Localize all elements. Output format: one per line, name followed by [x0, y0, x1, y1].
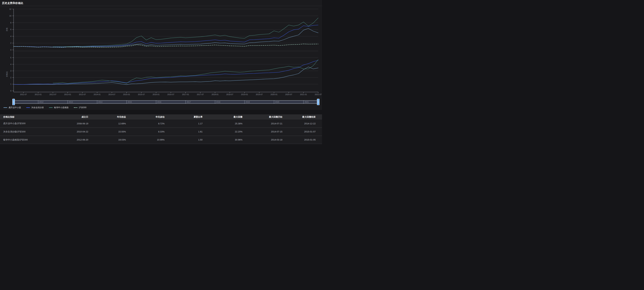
- y-axis-label: 4: [10, 35, 11, 37]
- table-cell: 12.69%: [88, 120, 126, 128]
- series-易方达中小盘: [14, 28, 318, 47]
- x-axis-label: 2018-01: [212, 93, 218, 95]
- y-axis-label: 2: [10, 76, 11, 79]
- stats-table: 价格比指标成立日年化收益年化波动夏普比率最大回撤最大回撤开始最大回撤结束 易方达…: [0, 114, 322, 144]
- table-cell: 易方达中小盘/沪深300: [0, 120, 56, 128]
- series-易方达中小盘/沪深300: [14, 67, 318, 85]
- y-axis-label: 8: [10, 22, 11, 24]
- table-cell: 30.96%: [202, 136, 242, 144]
- table-cell: 2014-12-22: [282, 120, 322, 128]
- x-axis-label: 2013-07: [79, 93, 86, 95]
- legend-line-swatch: [74, 107, 78, 108]
- page-title: 历史走势和价格比: [2, 1, 320, 5]
- legend-item-沪深300[interactable]: 沪深300: [74, 106, 86, 109]
- table-cell: 2014-07-15: [242, 128, 282, 136]
- y-axis-label: 12: [9, 8, 11, 10]
- table-header-cell: 年化波动: [126, 114, 164, 120]
- table-row: 银华中小盘精选/沪深3002012-06-2019.03%10.99%1.503…: [0, 136, 322, 144]
- table-header-cell: 夏普比率: [164, 114, 203, 120]
- legend-line-swatch: [26, 107, 30, 108]
- table-cell: 8.33%: [126, 128, 164, 136]
- slider-year-label: 2017: [187, 101, 191, 103]
- x-axis-label: 2017-01: [182, 93, 189, 95]
- legend-line-swatch: [49, 107, 53, 108]
- datazoom-slider: 2012201320142015201620172018201920202021: [12, 99, 319, 105]
- legend-item-银华中小盘精选[interactable]: 银华中小盘精选: [49, 106, 68, 109]
- table-cell: 兴全合润分级/沪深300: [0, 128, 56, 136]
- slider-handle-left[interactable]: [12, 99, 15, 105]
- legend-label: 易方达中小盘: [8, 106, 21, 109]
- x-axis-label: 2021-01: [300, 93, 307, 95]
- table-cell: 2014-03-18: [242, 136, 282, 144]
- x-axis-label: 2019-07: [256, 93, 262, 95]
- legend-label: 兴全合润分级: [31, 106, 44, 109]
- table-header-row: 价格比指标成立日年化收益年化波动夏普比率最大回撤最大回撤开始最大回撤结束: [0, 114, 322, 120]
- table-cell: 2014-07-21: [242, 120, 282, 128]
- series-兴全合润分级: [14, 25, 318, 47]
- slider-year-label: 2018: [216, 101, 220, 103]
- table-cell: 1.50: [164, 136, 203, 144]
- slider-year-label: 2020: [275, 101, 279, 103]
- series-银华中小盘精选/沪深300: [53, 60, 318, 83]
- table-cell: 10.99%: [126, 136, 164, 144]
- table-cell: 2015-01-07: [282, 128, 322, 136]
- table-header-cell: 成立日: [56, 114, 88, 120]
- x-axis-label: 2016-01: [152, 93, 160, 95]
- table-header-cell: 最大回撤开始: [242, 114, 282, 120]
- legend: 易方达中小盘兴全合润分级银华中小盘精选沪深300: [0, 105, 322, 110]
- y-axis-label: 1: [10, 83, 11, 85]
- table-cell: 1.61: [164, 128, 203, 136]
- table-cell: 银华中小盘精选/沪深300: [0, 136, 56, 144]
- stats-table-wrap: 价格比指标成立日年化收益年化波动夏普比率最大回撤最大回撤开始最大回撤结束 易方达…: [0, 114, 322, 144]
- slider-handle-right[interactable]: [317, 99, 319, 105]
- table-cell: 2015-01-05: [282, 136, 322, 144]
- legend-item-易方达中小盘[interactable]: 易方达中小盘: [4, 106, 21, 109]
- x-axis-label: 2019-01: [241, 93, 248, 95]
- panel-header: 历史走势和价格比: [0, 0, 322, 6]
- slider-year-label: 2021: [304, 101, 308, 103]
- x-axis-label: 2017-07: [197, 93, 204, 95]
- y-axis-label: 5: [10, 57, 11, 59]
- x-axis-label: 2015-01: [123, 93, 130, 95]
- stats-table-body: 易方达中小盘/沪深3002008-06-1912.69%8.72%1.1725.…: [0, 120, 322, 144]
- legend-item-兴全合润分级[interactable]: 兴全合润分级: [26, 106, 44, 109]
- slider-year-label: 2019: [246, 101, 250, 103]
- slider-track[interactable]: [14, 100, 318, 104]
- series-兴全合润分级/沪深300: [14, 60, 318, 84]
- y-axis-name: 价格: [6, 27, 8, 31]
- x-axis-label: 2014-01: [94, 93, 100, 95]
- ratio-chart: 012345价格比: [6, 57, 318, 92]
- x-axis-label: 2018-07: [226, 93, 233, 95]
- table-cell: 25.38%: [202, 120, 242, 128]
- x-axis-label: 2013-01: [64, 93, 71, 95]
- y-axis-label: 0: [10, 49, 11, 51]
- slider-year-label: 2014: [98, 101, 102, 103]
- y-axis-label: 4: [10, 63, 11, 65]
- legend-label: 银华中小盘精选: [54, 106, 68, 109]
- slider-year-label: 2015: [128, 101, 132, 103]
- table-cell: 2008-06-19: [56, 120, 88, 128]
- x-axis-label: 2011-07: [20, 93, 27, 95]
- price-chart: 024681012价格: [6, 8, 318, 51]
- x-axis-label: 2020-07: [285, 93, 292, 95]
- table-header-cell: 年化收益: [88, 114, 126, 120]
- slider-year-label: 2012: [39, 101, 44, 103]
- chart-panel: 024681012价格012345价格比2011-072012-012012-0…: [0, 6, 322, 105]
- y-axis-label: 0: [10, 90, 11, 92]
- y-axis-label: 3: [10, 70, 11, 72]
- legend-line-swatch: [4, 107, 7, 108]
- table-cell: 22.20%: [202, 128, 242, 136]
- x-axis-label: 2021-07: [315, 93, 322, 95]
- y-axis-label: 6: [10, 28, 11, 30]
- slider-year-label: 2013: [69, 101, 73, 103]
- y-axis-label: 10: [9, 15, 11, 17]
- table-cell: 1.17: [164, 120, 203, 128]
- y-axis-name: 价格比: [6, 71, 8, 77]
- table-cell: 2010-04-22: [56, 128, 88, 136]
- x-axis-label: 2012-07: [50, 93, 56, 95]
- x-axis-label: 2020-01: [270, 93, 278, 95]
- table-header-cell: 价格比指标: [0, 114, 56, 120]
- table-cell: 15.93%: [88, 128, 126, 136]
- x-axis-label: 2016-07: [167, 93, 174, 95]
- legend-label: 沪深300: [79, 106, 86, 109]
